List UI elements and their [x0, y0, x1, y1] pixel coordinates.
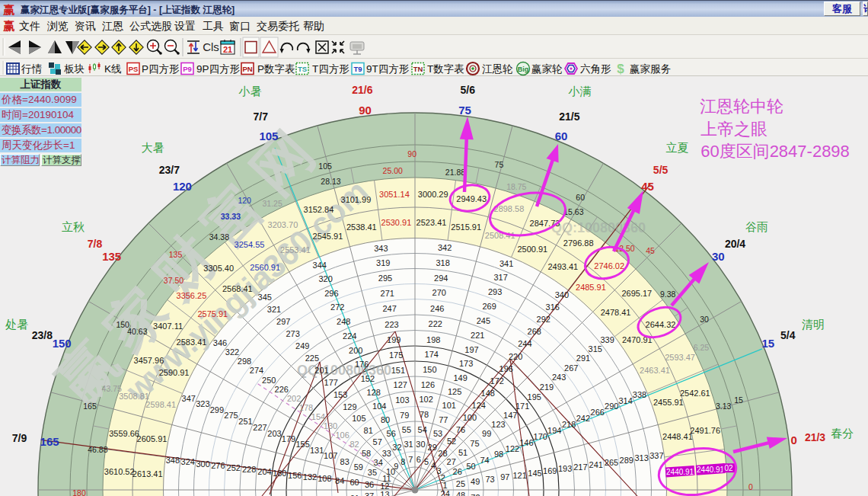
- svg-text:32: 32: [392, 443, 401, 452]
- svg-text:34: 34: [374, 458, 383, 467]
- svg-text:Big: Big: [518, 66, 529, 73]
- svg-text:43.75: 43.75: [102, 384, 122, 393]
- svg-text:21.88: 21.88: [445, 168, 465, 177]
- svg-text:51: 51: [458, 448, 468, 457]
- svg-text:249: 249: [295, 341, 309, 350]
- svg-text:5/5: 5/5: [653, 164, 669, 176]
- svg-text:2553.41: 2553.41: [280, 245, 311, 254]
- svg-text:2560.91: 2560.91: [250, 263, 280, 272]
- svg-text:101: 101: [442, 401, 456, 410]
- svg-text:76: 76: [456, 425, 465, 434]
- svg-text:谷雨: 谷雨: [745, 220, 768, 233]
- svg-text:六角形: 六角形: [580, 63, 611, 75]
- svg-text:274: 274: [250, 366, 263, 375]
- svg-text:225: 225: [305, 354, 319, 363]
- svg-text:45: 45: [641, 180, 654, 193]
- svg-text:46.88: 46.88: [88, 445, 107, 454]
- svg-text:2463.41: 2463.41: [640, 366, 670, 375]
- svg-text:250: 250: [262, 376, 276, 385]
- svg-text:193: 193: [558, 464, 572, 473]
- svg-text:9.38: 9.38: [660, 290, 676, 299]
- svg-text:78: 78: [420, 410, 429, 419]
- svg-text:54: 54: [418, 425, 427, 434]
- svg-text:2440.91: 2440.91: [666, 468, 694, 476]
- svg-text:15: 15: [734, 395, 743, 405]
- svg-text:3101.99: 3101.99: [341, 195, 372, 204]
- svg-text:227: 227: [253, 423, 266, 432]
- svg-text:2575.91: 2575.91: [197, 309, 228, 318]
- svg-text:QQ:100800360: QQ:100800360: [297, 363, 391, 378]
- svg-text:291: 291: [576, 354, 590, 363]
- svg-text:173: 173: [459, 359, 473, 368]
- svg-text:241: 241: [589, 460, 603, 469]
- svg-text:176: 176: [355, 360, 369, 369]
- svg-text:100: 100: [463, 413, 477, 422]
- svg-text:104: 104: [372, 402, 386, 411]
- svg-text:2598.41: 2598.41: [145, 400, 176, 409]
- svg-text:175: 175: [389, 350, 403, 360]
- svg-text:59: 59: [354, 462, 363, 472]
- svg-text:3: 3: [436, 466, 441, 475]
- svg-text:77: 77: [439, 415, 448, 424]
- svg-text:341: 341: [499, 259, 513, 268]
- svg-text:145: 145: [528, 469, 541, 478]
- svg-text:266: 266: [591, 408, 605, 417]
- svg-text:48: 48: [456, 491, 465, 496]
- svg-text:149: 149: [453, 373, 467, 382]
- svg-text:2523.41: 2523.41: [416, 218, 447, 227]
- svg-text:199: 199: [387, 335, 400, 344]
- svg-text:243: 243: [552, 373, 566, 382]
- svg-text:60度区间2847-2898: 60度区间2847-2898: [700, 142, 850, 161]
- svg-text:$: $: [617, 62, 624, 76]
- svg-text:130: 130: [324, 421, 337, 430]
- svg-text:273: 273: [286, 329, 299, 338]
- svg-text:224: 224: [343, 331, 356, 341]
- svg-text:267: 267: [564, 363, 578, 373]
- svg-text:13: 13: [380, 490, 389, 496]
- svg-text:33.33: 33.33: [221, 212, 241, 221]
- svg-text:3152.84: 3152.84: [304, 205, 334, 214]
- svg-text:2796.88: 2796.88: [563, 238, 594, 248]
- svg-text:289: 289: [620, 456, 633, 465]
- svg-text:124: 124: [472, 401, 486, 410]
- svg-text:98: 98: [494, 450, 503, 459]
- svg-text:2478.41: 2478.41: [601, 308, 631, 317]
- svg-text:150: 150: [423, 365, 436, 374]
- svg-text:2613.41: 2613.41: [132, 469, 163, 478]
- svg-text:Cls: Cls: [203, 40, 219, 53]
- svg-text:123: 123: [491, 420, 505, 429]
- svg-text:T9: T9: [353, 65, 362, 73]
- svg-text:8: 8: [400, 457, 405, 466]
- svg-text:269: 269: [482, 302, 496, 311]
- svg-text:3559.66: 3559.66: [109, 429, 139, 438]
- svg-text:321: 321: [267, 305, 281, 314]
- svg-text:177: 177: [324, 378, 338, 387]
- svg-text:21: 21: [223, 45, 232, 54]
- svg-text:244: 244: [518, 339, 531, 348]
- svg-text:33: 33: [382, 449, 391, 458]
- svg-text:2530.91: 2530.91: [381, 218, 412, 227]
- svg-text:21/6: 21/6: [352, 84, 372, 96]
- svg-text:154: 154: [311, 412, 325, 421]
- svg-text:3203.70: 3203.70: [268, 220, 298, 229]
- svg-text:299: 299: [210, 405, 224, 414]
- svg-text:268: 268: [528, 327, 541, 336]
- svg-text:345: 345: [258, 293, 272, 302]
- svg-text:319: 319: [376, 258, 390, 267]
- svg-text:102: 102: [419, 395, 432, 404]
- svg-text:75: 75: [470, 439, 479, 448]
- svg-text:272: 272: [330, 302, 344, 312]
- svg-text:105: 105: [352, 414, 365, 423]
- svg-text:15: 15: [761, 337, 774, 350]
- svg-text:120: 120: [238, 196, 251, 205]
- svg-text:5: 5: [424, 457, 429, 466]
- svg-text:5/4: 5/4: [780, 329, 796, 341]
- svg-text:56: 56: [387, 429, 396, 438]
- svg-text:2455.91: 2455.91: [653, 398, 684, 407]
- svg-text:122: 122: [506, 444, 519, 453]
- svg-text:127: 127: [394, 380, 407, 389]
- svg-text:174: 174: [425, 350, 439, 359]
- svg-text:105: 105: [259, 130, 278, 142]
- svg-text:294: 294: [434, 274, 448, 283]
- svg-text:146: 146: [519, 438, 533, 447]
